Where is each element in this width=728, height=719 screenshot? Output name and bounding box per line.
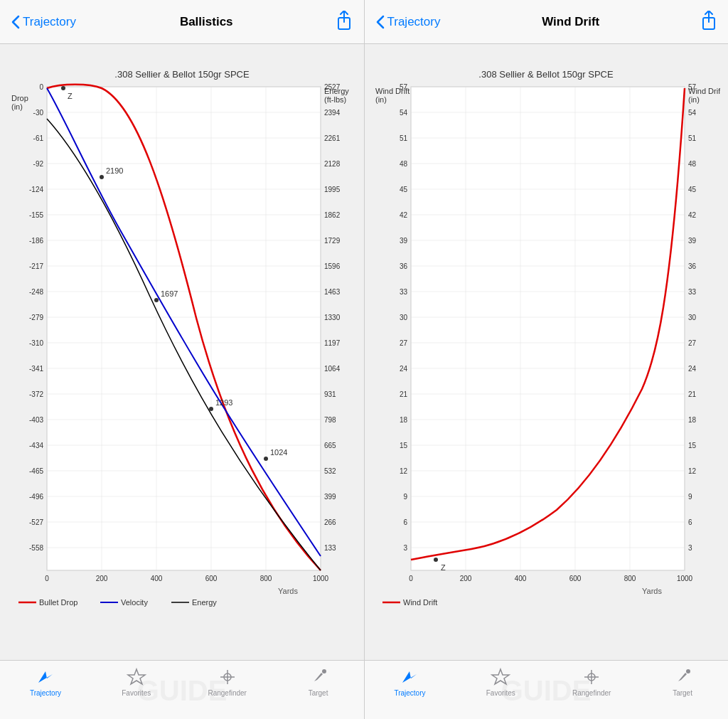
rangefinder-tab-label-left: Rangefinder [208,689,246,697]
tab-favorites-right[interactable]: Favorites [455,666,546,697]
svg-text:-61: -61 [33,134,43,142]
svg-text:36: 36 [688,262,697,270]
favorites-icon-left [126,666,147,688]
svg-text:2261: 2261 [324,134,341,142]
svg-text:30: 30 [400,314,408,321]
svg-text:(in): (in) [11,102,23,111]
svg-text:42: 42 [400,211,408,219]
svg-text:800: 800 [259,575,272,582]
svg-text:39: 39 [400,237,408,245]
svg-marker-87 [38,671,53,683]
svg-text:-403: -403 [29,416,43,424]
svg-text:18: 18 [688,416,697,424]
svg-text:Energy: Energy [192,598,217,607]
tab-trajectory-right[interactable]: Trajectory [365,666,456,697]
svg-text:12: 12 [400,467,408,475]
svg-marker-88 [128,669,145,684]
svg-text:Drop: Drop [11,94,28,102]
tab-rangefinder-left[interactable]: Rangefinder [182,666,273,697]
wind-drift-share-icon [701,11,717,31]
wind-drift-back-label: Trajectory [387,15,441,29]
svg-text:-155: -155 [29,211,43,219]
svg-text:21: 21 [400,390,408,398]
svg-text:0: 0 [39,83,43,91]
svg-text:57: 57 [688,83,697,91]
svg-text:-248: -248 [29,288,43,296]
svg-text:.308 Sellier & Bellot 150gr SP: .308 Sellier & Bellot 150gr SPCE [114,69,250,80]
svg-text:665: 665 [324,442,336,449]
svg-text:57: 57 [400,83,408,91]
ballistics-back-button[interactable]: Trajectory [11,15,76,29]
tab-favorites-left[interactable]: Favorites [91,666,182,697]
svg-text:33: 33 [688,288,697,296]
svg-text:1862: 1862 [324,211,341,219]
energy-1697-point [154,298,159,302]
energy-2190-point [100,175,104,179]
svg-text:27: 27 [688,339,697,347]
svg-text:-217: -217 [29,262,43,270]
svg-text:1000: 1000 [677,575,693,582]
wind-drift-back-button[interactable]: Trajectory [376,15,441,29]
energy-1024-point [264,457,268,461]
rangefinder-icon-right [581,666,602,688]
target-icon-right [672,666,693,688]
ballistics-header: Trajectory Ballistics [0,0,364,44]
wind-drift-share-button[interactable] [701,11,717,33]
svg-text:-186: -186 [29,237,43,245]
tab-rangefinder-right[interactable]: Rangefinder [546,666,637,697]
tab-trajectory-left[interactable]: Trajectory [0,666,91,697]
svg-text:-30: -30 [33,109,43,117]
svg-text:3: 3 [404,544,408,552]
svg-text:-310: -310 [29,339,43,347]
svg-text:1024: 1024 [270,448,287,457]
svg-text:1000: 1000 [313,575,329,582]
target-icon-left [308,666,329,688]
svg-text:2128: 2128 [324,160,341,168]
svg-marker-174 [402,671,417,683]
trajectory-tab-label-right: Trajectory [394,689,425,697]
svg-text:931: 931 [324,390,336,398]
favorites-icon-right [490,666,511,688]
svg-text:-465: -465 [29,467,43,475]
svg-text:9: 9 [404,493,408,501]
svg-text:1697: 1697 [161,289,178,298]
svg-text:-92: -92 [33,160,43,168]
tab-target-right[interactable]: Target [637,666,728,697]
svg-text:33: 33 [400,288,408,296]
ballistics-share-button[interactable] [336,11,352,33]
svg-text:600: 600 [569,575,582,582]
svg-text:Wind Drift: Wind Drift [403,598,437,607]
back-chevron-icon [11,15,20,29]
svg-text:-341: -341 [29,365,43,373]
svg-text:Yards: Yards [642,587,662,595]
svg-text:48: 48 [400,160,408,168]
screens-container: Trajectory Ballistics .308 Sellier & Bel… [0,0,728,719]
svg-text:3: 3 [688,544,692,552]
svg-text:Velocity: Velocity [121,598,148,607]
rangefinder-tab-label-right: Rangefinder [572,689,611,697]
trajectory-tab-label-left: Trajectory [30,689,61,697]
trajectory-icon-left [35,666,56,688]
svg-text:-527: -527 [29,518,43,526]
rangefinder-icon-left [217,666,238,688]
svg-text:266: 266 [324,518,336,526]
svg-text:800: 800 [624,575,636,582]
svg-text:532: 532 [324,467,336,475]
svg-text:1596: 1596 [324,262,341,270]
svg-text:24: 24 [688,365,697,373]
svg-text:133: 133 [324,544,336,552]
wind-drift-title: Wind Drift [542,15,599,29]
favorites-tab-label-right: Favorites [486,689,515,697]
svg-rect-99 [411,87,685,570]
svg-text:(in): (in) [688,95,700,104]
svg-text:-279: -279 [29,314,43,321]
ballistics-back-label: Trajectory [23,15,76,29]
svg-text:Z: Z [441,563,446,572]
wind-drift-screen: Trajectory Wind Drift .308 Sellier & Bel… [365,0,729,719]
svg-text:Yards: Yards [278,587,298,595]
svg-text:30: 30 [688,314,697,321]
tab-target-left[interactable]: Target [273,666,364,697]
svg-point-92 [322,669,326,673]
svg-text:1064: 1064 [324,365,341,373]
svg-text:Bullet Drop: Bullet Drop [39,598,77,607]
